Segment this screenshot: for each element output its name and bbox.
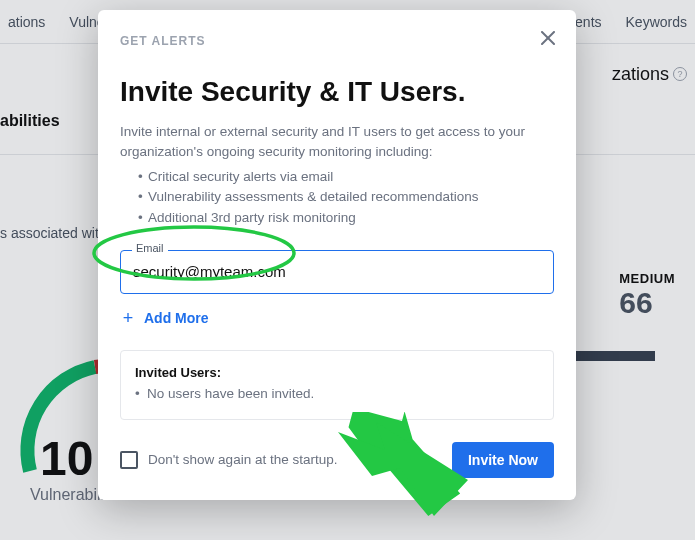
bullet-item: Additional 3rd party risk monitoring (138, 208, 554, 228)
email-field-label: Email (132, 242, 168, 254)
add-more-button[interactable]: + Add More (120, 310, 209, 326)
checkbox-icon (120, 451, 138, 469)
invited-users-label: Invited Users: (135, 365, 539, 380)
modal-description: Invite internal or external security and… (120, 122, 554, 161)
modal-kicker: GET ALERTS (120, 34, 554, 48)
bullet-item: Critical security alerts via email (138, 167, 554, 187)
bullet-item: Vulnerability assessments & detailed rec… (138, 187, 554, 207)
dont-show-label: Don't show again at the startup. (148, 452, 337, 467)
add-more-label: Add More (144, 310, 209, 326)
invited-users-empty: No users have been invited. (135, 386, 539, 401)
invite-now-button[interactable]: Invite Now (452, 442, 554, 478)
close-icon[interactable] (538, 28, 558, 48)
plus-icon: + (120, 310, 136, 326)
email-field[interactable] (120, 250, 554, 294)
modal-title: Invite Security & IT Users. (120, 76, 554, 108)
invite-modal: GET ALERTS Invite Security & IT Users. I… (98, 10, 576, 500)
modal-bullets: Critical security alerts via email Vulne… (120, 167, 554, 228)
dont-show-checkbox[interactable]: Don't show again at the startup. (120, 451, 337, 469)
invited-users-box: Invited Users: No users have been invite… (120, 350, 554, 420)
